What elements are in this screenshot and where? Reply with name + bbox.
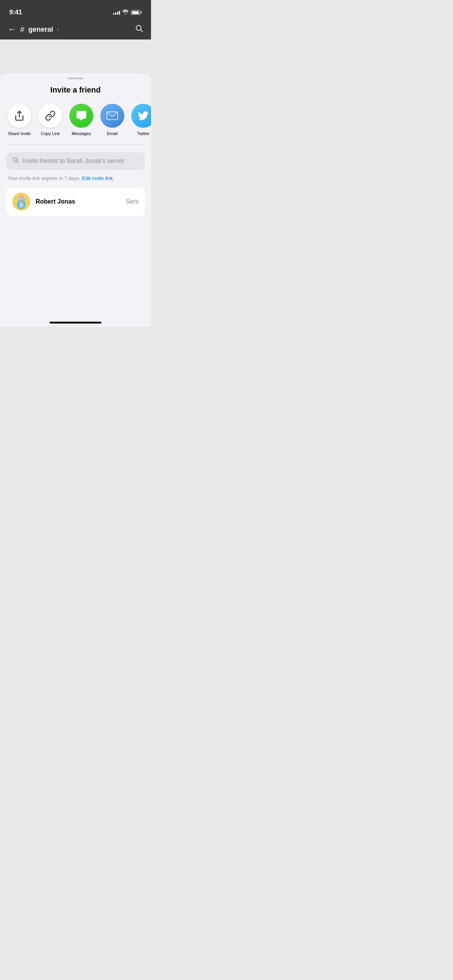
search-container: Invite friends to Sarah Jonas's server <box>6 152 145 170</box>
email-icon-circle <box>100 104 124 128</box>
expiry-text: Your invite link expires in 7 days. Edit… <box>0 175 151 181</box>
sheet-title: Invite a friend <box>0 86 151 94</box>
friend-info: Robert Jonas <box>12 193 75 211</box>
back-button[interactable]: ← <box>8 24 16 34</box>
nav-left: ← # general › <box>8 24 59 34</box>
avatar <box>12 193 30 211</box>
expiry-message: Your invite link expires in 7 days. <box>8 175 81 181</box>
friend-card[interactable]: Robert Jonas Sent <box>6 187 145 216</box>
search-nav-button[interactable] <box>135 24 143 35</box>
signal-icon <box>113 10 120 15</box>
twitter-icon-circle <box>131 104 151 128</box>
svg-point-14 <box>19 195 23 199</box>
svg-point-11 <box>20 199 21 200</box>
copy-link-button[interactable]: Copy Link <box>35 104 66 136</box>
copy-link-icon-circle <box>38 104 62 128</box>
share-invite-icon-circle <box>7 104 31 128</box>
chevron-right-icon: › <box>57 26 59 33</box>
email-label: Email <box>107 131 118 136</box>
share-options-row: Share Invite Copy Link Messages <box>0 104 151 144</box>
battery-icon <box>131 10 142 15</box>
search-bar[interactable]: Invite friends to Sarah Jonas's server <box>6 152 145 170</box>
copy-link-label: Copy Link <box>41 131 60 136</box>
svg-line-5 <box>17 161 19 163</box>
messages-icon-circle <box>69 104 93 128</box>
twitter-label: Twitter <box>137 131 149 136</box>
svg-line-1 <box>141 30 142 32</box>
status-icons <box>113 9 142 15</box>
twitter-button[interactable]: Twitter <box>128 104 151 136</box>
sent-status: Sent <box>126 198 139 205</box>
messages-label: Messages <box>72 131 91 136</box>
bottom-sheet: Invite a friend Share Invite Copy L <box>0 74 151 327</box>
channel-name: general <box>28 26 53 34</box>
hash-icon: # <box>20 25 24 34</box>
nav-bar: ← # general › <box>0 19 151 39</box>
status-bar: 9:41 <box>0 0 151 19</box>
email-button[interactable]: Email <box>97 104 128 136</box>
svg-point-12 <box>22 199 23 200</box>
share-invite-button[interactable]: Share Invite <box>4 104 35 136</box>
search-icon <box>12 157 19 165</box>
edit-invite-link[interactable]: Edit invite link. <box>82 175 114 181</box>
status-time: 9:41 <box>9 9 22 16</box>
share-invite-label: Share Invite <box>8 131 31 136</box>
search-placeholder-text: Invite friends to Sarah Jonas's server <box>23 158 125 164</box>
home-indicator <box>50 322 101 324</box>
wifi-icon <box>122 9 129 15</box>
drag-handle[interactable] <box>68 77 83 79</box>
svg-point-13 <box>20 200 22 202</box>
divider <box>8 144 143 144</box>
messages-button[interactable]: Messages <box>66 104 97 136</box>
friend-name: Robert Jonas <box>36 198 75 205</box>
svg-point-15 <box>19 202 24 208</box>
